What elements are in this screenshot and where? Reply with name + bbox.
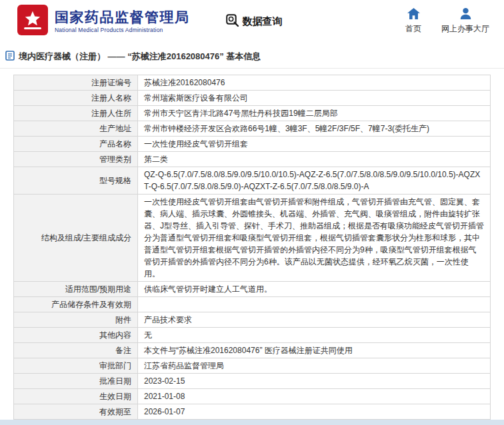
row-value: 常州瑞索斯医疗设备有限公司: [138, 91, 491, 106]
row-label: 附件: [14, 312, 138, 328]
table-row: 管理类别第二类: [14, 152, 491, 167]
row-value: 常州市天宁区青洋北路47号黑牡丹科技园19幢二层局部: [138, 106, 491, 121]
table-row: 产品名称一次性使用经皮气管切开组套: [14, 137, 491, 152]
row-label: 注册人名称: [14, 91, 138, 106]
row-value: 第二类: [138, 152, 491, 167]
home-icon: [407, 8, 420, 21]
table-row: 注册证编号苏械注准20162080476: [14, 75, 491, 91]
row-label: 产品储存条件及有效期: [14, 297, 138, 312]
table-row: 其他内容无: [14, 328, 491, 343]
row-value: 2021-01-08: [138, 389, 491, 404]
row-label: 结构及组成/主要组成成分: [14, 195, 138, 282]
registration-info-table: 注册证编号苏械注准20162080476 注册人名称常州瑞索斯医疗设备有限公司 …: [13, 75, 491, 425]
search-icon: [226, 14, 239, 29]
row-label: 批准日期: [14, 374, 138, 389]
row-label: 审批部门: [14, 358, 138, 374]
table-row: 产品储存条件及有效期: [14, 297, 491, 312]
row-label: 其他内容: [14, 328, 138, 343]
row-value: 供临床气管切开时建立人工气道用。: [138, 282, 491, 297]
agency-name-en: National Medical Products Administration: [55, 27, 190, 33]
person-icon: [459, 8, 472, 21]
row-value: 本文件与“苏械注准20162080476” 医疗器械注册证共同使用: [138, 343, 491, 358]
data-query-label: 数据查询: [243, 15, 283, 28]
row-value: 江苏省药品监督管理局: [138, 358, 491, 374]
row-label: 注册证编号: [14, 75, 138, 91]
row-label: 产品名称: [14, 137, 138, 152]
row-value: 苏械注准20162080476: [138, 75, 491, 91]
nmpa-logo-icon: [17, 5, 48, 38]
table-row: 型号规格QZ-Q-6.5(7.0/7.5/8.0/8.5/9.0/9.5/10.…: [14, 167, 491, 195]
table-row: 备注本文件与“苏械注准20162080476” 医疗器械注册证共同使用: [14, 343, 491, 358]
row-label: 备注: [14, 343, 138, 358]
row-value: 2023-02-15: [138, 374, 491, 389]
nav-hall-label: 网上办事大厅: [441, 23, 489, 35]
row-label: 生产地址: [14, 121, 138, 137]
agency-name-cn: 国家药品监督管理局: [55, 9, 190, 25]
nav-item-home[interactable]: 首页: [405, 8, 421, 35]
row-label: 管理类别: [14, 152, 138, 167]
table-row: 注册人住所常州市天宁区青洋北路47号黑牡丹科技园19幢二层局部: [14, 106, 491, 121]
footer-strip: [0, 420, 504, 425]
row-value: 一次性使用经皮气管切开组套由气管切开插管和附件组成，气管切开插管由充气管、固定翼…: [138, 195, 491, 282]
table-row: 审批部门江苏省药品监督管理局: [14, 358, 491, 374]
nav-home-label: 首页: [405, 23, 421, 35]
data-query-button[interactable]: 数据查询: [226, 14, 283, 29]
nav-item-online-hall[interactable]: 网上办事大厅: [441, 8, 489, 35]
row-value: 无: [138, 328, 491, 343]
table-row: 适用范围/预期用途供临床气管切开时建立人工气道用。: [14, 282, 491, 297]
table-row: 生产地址常州市钟楼经济开发区合欢路66号1幢、3幢3F、5幢2F/3F/5F、7…: [14, 121, 491, 137]
table-row: 生效日期2021-01-08: [14, 389, 491, 404]
row-label: 生效日期: [14, 389, 138, 404]
document-icon: [5, 51, 15, 63]
row-label: 注册人住所: [14, 106, 138, 121]
header-nav: 首页 网上办事大厅: [405, 8, 493, 35]
page-title: 境内医疗器械（注册） —— “苏械注准20162080476” 基本信息: [19, 51, 261, 63]
table-row: 有效期至2026-01-07: [14, 404, 491, 420]
table-row: 附件产品技术要求: [14, 312, 491, 328]
breadcrumb: 境内医疗器械（注册） —— “苏械注准20162080476” 基本信息: [0, 41, 504, 69]
row-value: 产品技术要求: [138, 312, 491, 328]
row-value: 2026-01-07: [138, 404, 491, 420]
row-label: 有效期至: [14, 404, 138, 420]
row-value: 一次性使用经皮气管切开组套: [138, 137, 491, 152]
table-row: 结构及组成/主要组成成分一次性使用经皮气管切开组套由气管切开插管和附件组成，气管…: [14, 195, 491, 282]
row-value: 常州市钟楼经济开发区合欢路66号1幢、3幢3F、5幢2F/3F/5F、7幢7-3…: [138, 121, 491, 137]
table-row: 注册人名称常州瑞索斯医疗设备有限公司: [14, 91, 491, 106]
row-value: QZ-Q-6.5(7.0/7.5/8.0/8.5/9.0/9.5/10.0/10…: [138, 167, 491, 195]
row-label: 型号规格: [14, 167, 138, 195]
agency-title-block: 国家药品监督管理局 National Medical Products Admi…: [55, 9, 190, 33]
row-value: [138, 297, 491, 312]
page-header: 国家药品监督管理局 National Medical Products Admi…: [0, 0, 504, 41]
table-row: 批准日期2023-02-15: [14, 374, 491, 389]
row-label: 适用范围/预期用途: [14, 282, 138, 297]
